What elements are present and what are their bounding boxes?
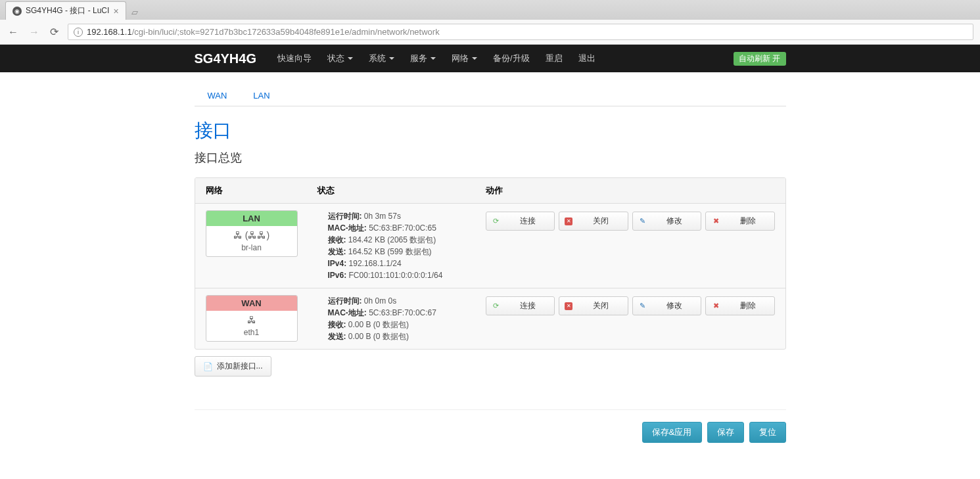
browser-tab-bar: ◉ SG4YH4G - 接口 - LuCI × ▱ (0, 0, 980, 20)
delete-icon: ✖ (711, 217, 720, 226)
forward-button[interactable]: → (28, 25, 41, 39)
status-line: 运行时间: 0h 3m 57s (328, 210, 486, 222)
action-label: 删除 (727, 216, 769, 227)
status-line: MAC-地址: 5C:63:BF:70:0C:67 (328, 307, 486, 319)
page-title: 接口 (195, 118, 786, 143)
status-label: IPv4: (328, 259, 347, 268)
main-navbar: SG4YH4G 快速向导状态系统服务网络备份/升级重启退出 自动刷新 开 (0, 45, 980, 72)
interface-device: br-lan (206, 242, 297, 256)
chevron-down-icon (348, 57, 353, 60)
interface-name: LAN (206, 211, 297, 226)
add-interface-button[interactable]: 📄 添加新接口... (195, 356, 271, 376)
nav-item[interactable]: 备份/升级 (485, 45, 538, 72)
status-cell: 运行时间: 0h 0m 0sMAC-地址: 5C:63:BF:70:0C:67接… (317, 295, 486, 342)
close-icon[interactable]: × (113, 6, 118, 16)
status-line: 发送: 164.52 KB (599 数据包) (328, 246, 486, 258)
status-value: 5C:63:BF:70:0C:65 (369, 223, 436, 233)
action-label: 关闭 (579, 300, 622, 311)
action-label: 修改 (654, 216, 696, 227)
save-button[interactable]: 保存 (707, 422, 744, 443)
status-label: 接收: (328, 320, 346, 329)
nav-item[interactable]: 系统 (361, 45, 402, 72)
reload-icon: ⟳ (492, 302, 501, 311)
url-text: 192.168.1.1/cgi-bin/luci/;stok=9271d7b3b… (87, 27, 440, 37)
interface-row: WAN🖧eth1运行时间: 0h 0m 0sMAC-地址: 5C:63:BF:7… (195, 288, 785, 349)
network-cell: WAN🖧eth1 (206, 295, 317, 342)
table-header: 网络 状态 动作 (195, 178, 785, 204)
col-status: 状态 (317, 185, 486, 196)
interface-icons: 🖧 (🖧🖧) (206, 226, 297, 242)
status-value: 184.42 KB (2065 数据包) (348, 235, 436, 244)
save-apply-button[interactable]: 保存&应用 (642, 422, 702, 443)
status-label: MAC-地址: (328, 223, 367, 233)
favicon-icon: ◉ (12, 7, 22, 16)
status-value: 5C:63:BF:70:0C:67 (369, 308, 436, 317)
connect-button[interactable]: ⟳连接 (486, 296, 555, 315)
chevron-down-icon (472, 57, 477, 60)
subtabs: WANLAN (195, 85, 786, 106)
delete-button[interactable]: ✖删除 (705, 212, 775, 231)
back-button[interactable]: ← (7, 25, 20, 39)
stop-icon: ✕ (565, 217, 572, 225)
status-label: MAC-地址: (328, 308, 367, 317)
interface-device: eth1 (206, 327, 297, 341)
edit-icon: ✎ (638, 302, 647, 311)
edit-icon: ✎ (638, 217, 647, 226)
status-label: 发送: (328, 247, 346, 256)
edit-button[interactable]: ✎修改 (632, 212, 702, 231)
nav-menu: 快速向导状态系统服务网络备份/升级重启退出 (269, 45, 734, 72)
status-cell: 运行时间: 0h 3m 57sMAC-地址: 5C:63:BF:70:0C:65… (317, 210, 486, 281)
status-value: FC00:101:101:0:0:0:0:1/64 (349, 271, 443, 280)
actions-cell: ⟳连接✕关闭✎修改✖删除 (486, 295, 775, 315)
status-value: 192.168.1.1/24 (349, 259, 402, 268)
col-actions: 动作 (486, 185, 775, 196)
nav-item[interactable]: 网络 (444, 45, 485, 72)
browser-nav-bar: ← → ⟳ i 192.168.1.1/cgi-bin/luci/;stok=9… (0, 20, 980, 44)
nav-item[interactable]: 快速向导 (269, 45, 319, 72)
subtab-wan[interactable]: WAN (195, 85, 241, 106)
status-value: 164.52 KB (599 数据包) (348, 247, 432, 256)
brand-title: SG4YH4G (195, 51, 256, 66)
stop-icon: ✕ (565, 302, 572, 310)
action-label: 关闭 (579, 216, 622, 227)
status-line: 发送: 0.00 B (0 数据包) (328, 331, 486, 342)
status-line: 运行时间: 0h 0m 0s (328, 295, 486, 307)
action-label: 修改 (654, 300, 696, 311)
subtab-lan[interactable]: LAN (240, 85, 283, 106)
reload-icon: ⟳ (492, 217, 501, 226)
delete-button[interactable]: ✖删除 (705, 296, 775, 315)
nav-item[interactable]: 重启 (538, 45, 571, 72)
network-cell: LAN🖧 (🖧🖧)br-lan (206, 210, 317, 257)
reload-button[interactable]: ⟳ (49, 24, 60, 39)
status-label: 接收: (328, 235, 346, 244)
info-icon[interactable]: i (74, 28, 83, 37)
connect-button[interactable]: ⟳连接 (486, 212, 555, 231)
url-bar[interactable]: i 192.168.1.1/cgi-bin/luci/;stok=9271d7b… (68, 24, 973, 40)
status-value: 0h 3m 57s (364, 212, 401, 221)
status-line: 接收: 0.00 B (0 数据包) (328, 319, 486, 331)
status-label: 发送: (328, 332, 346, 341)
interface-box: LAN🖧 (🖧🖧)br-lan (206, 210, 298, 257)
nav-item[interactable]: 退出 (571, 45, 603, 72)
nav-item[interactable]: 服务 (402, 45, 444, 72)
delete-icon: ✖ (711, 302, 720, 311)
status-line: IPv6: FC00:101:101:0:0:0:0:1/64 (328, 269, 486, 281)
new-tab-button[interactable]: ▱ (126, 5, 143, 20)
form-actions: 保存&应用 保存 复位 (195, 409, 786, 455)
interface-box: WAN🖧eth1 (206, 295, 298, 342)
auto-refresh-toggle[interactable]: 自动刷新 开 (734, 52, 785, 66)
status-label: IPv6: (328, 271, 347, 280)
status-value: 0.00 B (0 数据包) (348, 332, 409, 341)
stop-button[interactable]: ✕关闭 (559, 296, 628, 315)
reset-button[interactable]: 复位 (749, 422, 786, 443)
col-network: 网络 (206, 185, 317, 196)
status-label: 运行时间: (328, 212, 362, 221)
add-icon: 📄 (203, 362, 213, 371)
interface-table: 网络 状态 动作 LAN🖧 (🖧🖧)br-lan运行时间: 0h 3m 57sM… (195, 177, 786, 350)
stop-button[interactable]: ✕关闭 (559, 212, 628, 231)
section-title: 接口总览 (195, 150, 786, 166)
browser-tab[interactable]: ◉ SG4YH4G - 接口 - LuCI × (5, 1, 126, 20)
interface-name: WAN (206, 296, 297, 311)
nav-item[interactable]: 状态 (319, 45, 361, 72)
edit-button[interactable]: ✎修改 (632, 296, 702, 315)
